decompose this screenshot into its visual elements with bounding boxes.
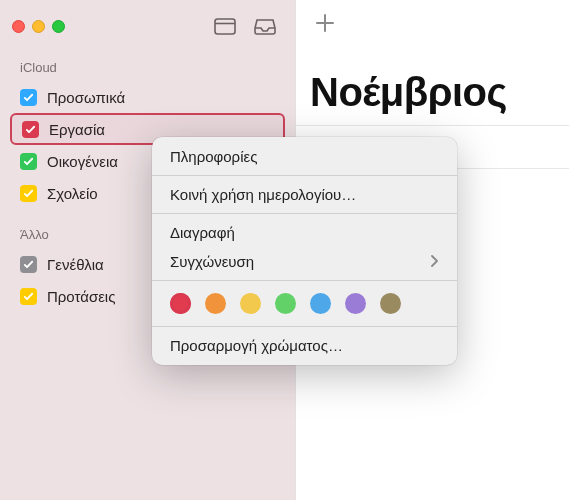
menu-item-label: Διαγραφή xyxy=(170,224,235,241)
calendar-checkbox[interactable] xyxy=(20,288,37,305)
color-swatch-orange[interactable] xyxy=(205,293,226,314)
menu-item-label: Συγχώνευση xyxy=(170,253,254,270)
chevron-right-icon xyxy=(431,253,439,270)
calendar-label: Οικογένεια xyxy=(47,153,118,170)
color-swatch-yellow[interactable] xyxy=(240,293,261,314)
inbox-icon[interactable] xyxy=(247,12,283,40)
color-swatch-blue[interactable] xyxy=(310,293,331,314)
calendar-view-icon[interactable] xyxy=(207,12,243,40)
calendar-label: Εργασία xyxy=(49,121,105,138)
calendar-item[interactable]: Προσωπικά xyxy=(10,81,285,113)
menu-divider xyxy=(152,326,457,327)
calendar-context-menu: Πληροφορίες Κοινή χρήση ημερολογίου… Δια… xyxy=(152,137,457,365)
color-swatch-red[interactable] xyxy=(170,293,191,314)
color-picker-row xyxy=(152,285,457,322)
menu-item-merge[interactable]: Συγχώνευση xyxy=(152,247,457,276)
menu-item-label: Πληροφορίες xyxy=(170,148,257,165)
menu-divider xyxy=(152,175,457,176)
titlebar xyxy=(0,0,295,52)
window-minimize-button[interactable] xyxy=(32,20,45,33)
color-swatch-brown[interactable] xyxy=(380,293,401,314)
color-swatch-purple[interactable] xyxy=(345,293,366,314)
menu-item-label: Κοινή χρήση ημερολογίου… xyxy=(170,186,356,203)
svg-rect-0 xyxy=(215,19,235,34)
calendar-label: Γενέθλια xyxy=(47,256,104,273)
window-close-button[interactable] xyxy=(12,20,25,33)
calendar-label: Προσωπικά xyxy=(47,89,125,106)
calendar-checkbox[interactable] xyxy=(22,121,39,138)
menu-item-delete[interactable]: Διαγραφή xyxy=(152,218,457,247)
menu-divider xyxy=(152,213,457,214)
month-title: Νοέμβριος xyxy=(296,52,569,125)
add-event-button[interactable] xyxy=(314,12,336,40)
calendar-label: Σχολείο xyxy=(47,185,98,202)
sidebar-section-header: iCloud xyxy=(0,52,295,81)
menu-item-share[interactable]: Κοινή χρήση ημερολογίου… xyxy=(152,180,457,209)
calendar-checkbox[interactable] xyxy=(20,185,37,202)
calendar-checkbox[interactable] xyxy=(20,89,37,106)
window-zoom-button[interactable] xyxy=(52,20,65,33)
menu-item-label: Προσαρμογή χρώματος… xyxy=(170,337,343,354)
calendar-checkbox[interactable] xyxy=(20,153,37,170)
menu-divider xyxy=(152,280,457,281)
color-swatch-green[interactable] xyxy=(275,293,296,314)
menu-item-custom-color[interactable]: Προσαρμογή χρώματος… xyxy=(152,331,457,360)
calendar-checkbox[interactable] xyxy=(20,256,37,273)
calendar-label: Προτάσεις xyxy=(47,288,115,305)
menu-item-info[interactable]: Πληροφορίες xyxy=(152,142,457,171)
main-toolbar xyxy=(296,0,569,52)
